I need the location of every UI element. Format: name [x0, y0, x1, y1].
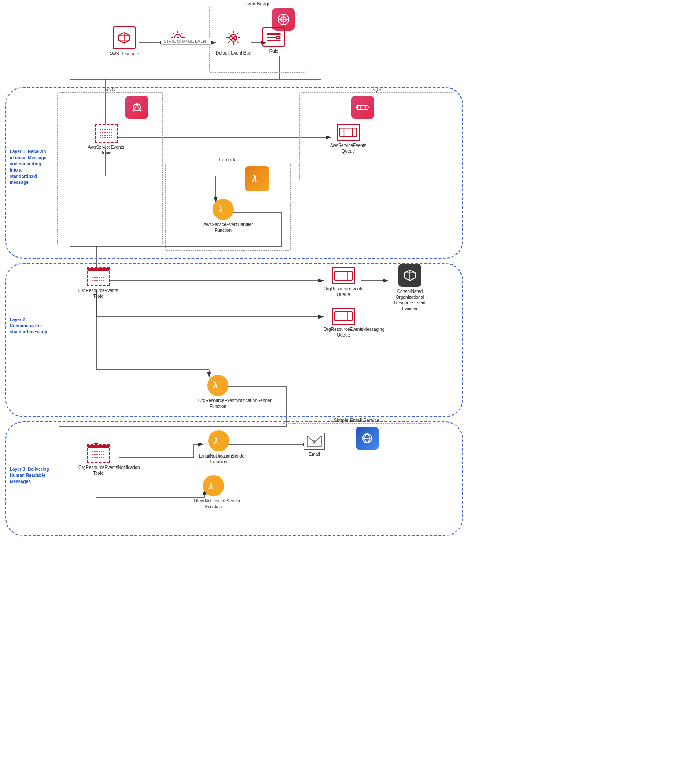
- sqs-icon-box-l1: [351, 96, 374, 119]
- email-notification-sender-box: λ EmailNotificationSender Function: [199, 430, 239, 465]
- sqs-service-icon: [351, 96, 374, 119]
- org-notification-sender-label: OrgResourceEventNotificationSender Funct…: [198, 398, 238, 409]
- rule-label: Rule: [269, 48, 279, 54]
- svg-line-62: [237, 33, 239, 34]
- org-resource-events-messaging-queue-box: OrgResourceEventsMessaging Queue: [324, 308, 363, 338]
- ses-service-icon: [356, 427, 379, 450]
- lambda-icon-box-l1: λ: [245, 166, 269, 191]
- svg-point-101: [366, 433, 368, 435]
- svg-point-102: [371, 437, 372, 439]
- svg-line-60: [237, 41, 239, 43]
- sns-icon-box-l1: [125, 96, 148, 119]
- org-notification-sender-icon: λ: [207, 375, 228, 396]
- sqs-group-l1: SQS: [299, 92, 453, 180]
- org-notification-sender-box: λ OrgResourceEventNotificationSender Fun…: [198, 375, 238, 409]
- aws-service-events-topic-icon: [95, 124, 118, 143]
- email-notification-sender-icon: λ: [208, 430, 229, 451]
- svg-point-64: [136, 103, 138, 105]
- org-resource-events-queue-icon: [332, 267, 355, 284]
- other-notification-sender-icon: λ: [203, 475, 224, 496]
- aws-service-event-handler-icon: λ: [213, 199, 234, 220]
- sns-label-l1: SNS: [105, 87, 115, 92]
- layer1-label: Layer 1: Receivin of initial Message and…: [10, 149, 49, 186]
- svg-rect-85: [335, 271, 352, 280]
- svg-line-59: [228, 33, 230, 34]
- rule-icon: [262, 27, 285, 47]
- eventbridge-label: EventBridge: [244, 1, 271, 6]
- org-resource-events-topic-label: OrgResourceEvents Topic: [78, 288, 118, 299]
- svg-line-68: [134, 105, 137, 110]
- org-resource-events-queue-box: OrgResourceEvents Queue: [324, 267, 363, 297]
- diagram-container: EventBridge AWS Resource: [0, 0, 692, 784]
- other-notification-sender-label: OtherNotificationSender Function: [194, 498, 233, 509]
- svg-point-38: [283, 18, 284, 20]
- rule-box: Rule: [262, 27, 285, 54]
- aws-resource-icon: [113, 26, 136, 49]
- aws-resource-box: AWS Resource: [109, 26, 139, 57]
- svg-line-48: [173, 33, 174, 34]
- aws-service-event-handler-box: λ AwsServiceEventHandler Function: [203, 199, 243, 233]
- org-resource-events-messaging-queue-icon: [332, 308, 355, 325]
- lambda-label-l1: Lambda: [219, 157, 237, 162]
- svg-text:λ: λ: [208, 482, 213, 491]
- aws-service-events-queue-label: AwsServiceEvents Queue: [328, 143, 368, 154]
- ses-icon-box: [356, 427, 379, 450]
- svg-line-61: [228, 41, 230, 43]
- svg-point-104: [362, 437, 364, 439]
- svg-text:λ: λ: [251, 173, 257, 184]
- svg-text:@: @: [312, 440, 316, 444]
- org-resource-events-queue-label: OrgResourceEvents Queue: [324, 286, 363, 297]
- svg-point-65: [140, 110, 142, 112]
- email-box: @ Email: [304, 433, 325, 457]
- svg-text:λ: λ: [218, 205, 223, 214]
- svg-rect-74: [357, 105, 368, 110]
- default-event-bus-box: Default Event Bus: [216, 27, 251, 56]
- org-notification-topic-icon: [87, 444, 110, 463]
- other-notification-sender-box: λ OtherNotificationSender Function: [194, 475, 233, 509]
- svg-line-67: [137, 105, 140, 110]
- email-label: Email: [309, 451, 320, 457]
- org-resource-events-topic-box: OrgResourceEvents Topic: [78, 267, 118, 299]
- aws-service-events-topic-label: AwsServiceEvents Topic: [86, 144, 126, 156]
- consolidated-handler-label: Consolidated Organizational Resource Eve…: [390, 289, 430, 311]
- sqs-label-l1: SQS: [371, 87, 381, 92]
- state-change-label: STATE CHANGE EVENT: [161, 38, 211, 45]
- aws-resource-label: AWS Resource: [109, 51, 139, 57]
- aws-service-event-handler-label: AwsServiceEventHandler Function: [203, 222, 243, 233]
- svg-rect-77: [340, 128, 357, 136]
- svg-point-103: [366, 442, 368, 443]
- ses-label: Simple Email Service: [334, 418, 379, 423]
- org-notification-topic-box: OrgResourceEventsNotification Topic: [78, 444, 118, 476]
- org-notification-topic-label: OrgResourceEventsNotification Topic: [78, 465, 118, 476]
- default-event-bus-label: Default Event Bus: [216, 50, 251, 56]
- svg-text:λ: λ: [213, 381, 217, 390]
- org-resource-events-messaging-queue-label: OrgResourceEventsMessaging Queue: [324, 326, 363, 338]
- aws-service-events-queue-icon: [337, 124, 360, 141]
- svg-rect-90: [335, 312, 352, 321]
- consolidated-handler-icon: [398, 264, 421, 287]
- layer3-label: Layer 3: Delivering Human Readable Messa…: [10, 466, 49, 485]
- email-icon: @: [304, 433, 325, 450]
- org-resource-events-topic-icon: [87, 267, 110, 286]
- consolidated-handler-box: Consolidated Organizational Resource Eve…: [390, 264, 430, 311]
- email-notification-sender-label: EmailNotificationSender Function: [199, 453, 239, 465]
- aws-service-events-topic-box: AwsServiceEvents Topic: [86, 124, 126, 156]
- lambda-service-icon: λ: [245, 166, 269, 191]
- sns-service-icon: [125, 96, 148, 119]
- svg-text:λ: λ: [213, 437, 218, 446]
- default-event-bus-icon: [223, 27, 244, 48]
- svg-point-66: [133, 110, 135, 112]
- svg-line-51: [181, 33, 183, 34]
- layer2-label: Layer 2: Consuming the standard message: [10, 317, 49, 335]
- aws-service-events-queue-box: AwsServiceEvents Queue: [328, 124, 368, 154]
